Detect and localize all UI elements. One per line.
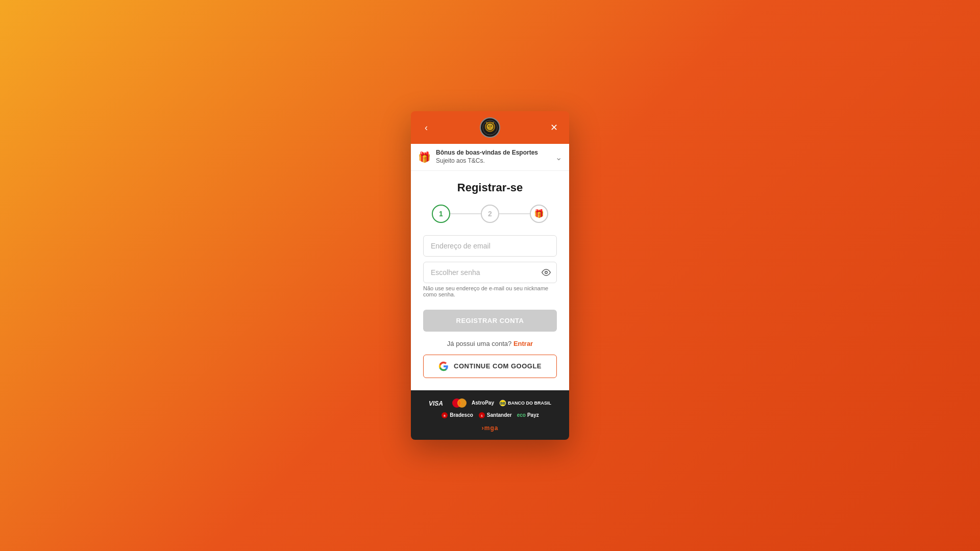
svg-point-1 [486, 123, 494, 131]
svg-point-4 [491, 126, 492, 127]
register-button[interactable]: REGISTRAR CONTA [423, 310, 557, 332]
google-icon [438, 361, 449, 371]
payment-row-1: VISA AstroPay BB BANCO DO BRASIL [429, 398, 551, 408]
bonus-banner: 🎁 Bônus de boas-vindas de Esportes Sujei… [411, 144, 569, 170]
google-button-label: CONTINUE COM GOOGLE [454, 362, 542, 370]
payment-footer: VISA AstroPay BB BANCO DO BRASIL [411, 390, 569, 440]
astropay-logo: AstroPay [472, 400, 494, 406]
gift-icon: 🎁 [418, 151, 431, 163]
santander-icon: S [478, 412, 485, 419]
banco-brasil-icon: BB [499, 399, 506, 407]
payment-row-2: B Bradesco S Santander ecoPayz [441, 412, 539, 419]
password-hint: Não use seu endereço de e-mail ou seu ni… [423, 285, 557, 297]
step-1-label: 1 [439, 210, 443, 218]
step-3-icon: 🎁 [534, 209, 544, 218]
eye-icon [542, 268, 551, 277]
mga-label: mga [484, 424, 499, 432]
visa-icon: VISA [429, 400, 447, 406]
modal-body: Registrar-se 1 2 🎁 [411, 171, 569, 390]
register-modal: ‹ ✕ 🎁 Bônus [411, 111, 569, 439]
step-line-1 [450, 213, 481, 214]
login-link[interactable]: Entrar [513, 340, 533, 347]
toggle-password-button[interactable] [542, 268, 551, 277]
password-wrapper [423, 262, 557, 283]
bonus-text: Bônus de boas-vindas de Esportes Sujeito… [436, 149, 550, 165]
svg-point-5 [489, 127, 491, 128]
chevron-down-icon[interactable]: ⌄ [555, 153, 562, 162]
mastercard-icon [452, 398, 467, 408]
close-button[interactable]: ✕ [547, 120, 561, 135]
step-2: 2 [481, 205, 499, 223]
visa-logo: VISA [429, 400, 447, 406]
step-2-label: 2 [488, 210, 492, 218]
back-button[interactable]: ‹ [419, 120, 433, 135]
mastercard-logo [452, 398, 467, 408]
password-field-wrapper: Não use seu endereço de e-mail ou seu ni… [423, 262, 557, 302]
page-title: Registrar-se [457, 181, 523, 194]
login-question-text: Já possui uma conta? [447, 340, 511, 347]
bradesco-icon: B [441, 412, 448, 419]
bradesco-logo: B Bradesco [441, 412, 473, 419]
step-line-2 [499, 213, 530, 214]
ecopayz-logo: ecoPayz [517, 412, 539, 418]
password-input[interactable] [423, 262, 557, 283]
bonus-main-text: Bônus de boas-vindas de Esportes [436, 149, 538, 156]
login-prompt: Já possui uma conta? Entrar [447, 340, 533, 347]
svg-point-3 [488, 126, 489, 127]
modal-header: ‹ ✕ [411, 111, 569, 144]
svg-text:VISA: VISA [429, 400, 443, 406]
step-indicator: 1 2 🎁 [423, 205, 557, 223]
step-3: 🎁 [530, 205, 548, 223]
step-1: 1 [432, 205, 450, 223]
santander-logo: S Santander [478, 412, 512, 419]
svg-point-8 [545, 271, 548, 273]
email-field-wrapper [423, 235, 557, 257]
svg-text:B: B [444, 414, 446, 417]
google-login-button[interactable]: CONTINUE COM GOOGLE [423, 355, 557, 378]
bonus-terms: Sujeito aos T&Cs. [436, 157, 485, 164]
mga-badge: ›mga [481, 424, 498, 432]
email-input[interactable] [423, 235, 557, 257]
brand-logo [480, 117, 500, 138]
svg-text:BB: BB [500, 402, 505, 405]
banco-brasil-logo: BB BANCO DO BRASIL [499, 399, 551, 407]
